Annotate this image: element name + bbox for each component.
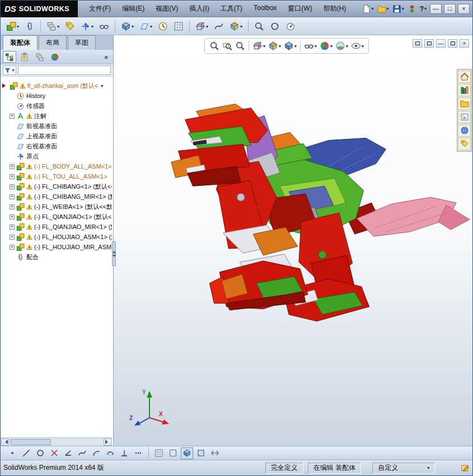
bill-of-materials-button[interactable] — [171, 19, 186, 34]
expand-toggle[interactable]: + — [10, 245, 15, 250]
tree-item-right-plane[interactable]: 右视基准面 — [2, 141, 112, 151]
display-style-button[interactable]: ▾ — [283, 39, 298, 53]
tree-item-front-plane[interactable]: 前视基准面 — [2, 121, 112, 131]
scroll-left-button[interactable] — [1, 438, 9, 446]
menu-help[interactable]: 帮助(H) — [318, 2, 352, 16]
circle-tool-button[interactable] — [34, 447, 46, 459]
doc-maximize-button[interactable] — [448, 39, 457, 48]
tab-assembly[interactable]: 装配体 — [3, 35, 38, 50]
more-sketch-tools-button[interactable] — [132, 447, 144, 459]
menu-view[interactable]: 视图(V) — [150, 2, 184, 16]
scroll-right-button[interactable] — [104, 438, 111, 446]
expand-toggle[interactable]: + — [10, 164, 15, 169]
tree-item-history[interactable]: History — [2, 91, 112, 101]
scrollbar-thumb[interactable] — [11, 439, 51, 445]
tree-item-sensors[interactable]: 传感器 — [2, 101, 112, 111]
reference-geometry-button[interactable]: ▾ — [137, 19, 154, 34]
expand-panel-button[interactable]: » — [101, 53, 111, 61]
shaded-with-edges-button[interactable] — [181, 447, 193, 459]
expand-toggle[interactable]: + — [10, 204, 15, 209]
view-orientation-button[interactable]: ▾ — [267, 39, 282, 53]
assembly-model[interactable] — [114, 35, 472, 446]
insert-components-button[interactable]: ▾ — [4, 19, 21, 34]
menu-window[interactable]: 窗口(W) — [282, 2, 317, 16]
smart-fasteners-button[interactable] — [63, 19, 77, 34]
expand-toggle[interactable]: + — [10, 114, 15, 119]
appearances-tab[interactable] — [48, 51, 62, 63]
centerline-tool-button[interactable] — [62, 447, 74, 459]
model-tail[interactable] — [345, 197, 470, 236]
tree-item-mates[interactable]: 配合 — [2, 252, 112, 262]
interference-detection-button[interactable]: ▾ — [227, 19, 245, 34]
trim-tool-button[interactable] — [48, 447, 60, 459]
configurationmanager-tab[interactable] — [33, 51, 46, 63]
expand-toggle[interactable]: + — [10, 214, 15, 220]
close-button[interactable]: × — [458, 4, 470, 14]
move-component-button[interactable]: ▾ — [78, 19, 96, 34]
doc-minimize-button[interactable]: — — [436, 39, 446, 48]
clearance-verification-button[interactable] — [252, 19, 266, 34]
show-hidden-components-button[interactable] — [97, 19, 111, 34]
tree-item-top-plane[interactable]: 上视基准面 — [2, 131, 112, 141]
expand-toggle[interactable]: + — [10, 174, 15, 179]
apply-scene-button[interactable]: ▾ — [334, 39, 349, 53]
perpendicular-tool-button[interactable] — [118, 447, 130, 459]
new-document-button[interactable]: ▾ — [361, 3, 375, 15]
menu-insert[interactable]: 插入(I) — [184, 2, 214, 16]
tree-item-fl-houjiao-mir-asm[interactable]: + (-) FL_HOUJIAO_MIR_ASM<1> — [2, 242, 112, 252]
tree-item-fl-tou-all-asm[interactable]: + (-) FL_TOU_ALL_ASM<1> — [2, 171, 112, 181]
tree-item-origin[interactable]: 原点 — [2, 151, 112, 161]
graphics-area[interactable]: ▾ ▾ ▾ ▾ ▾ ▾ ▾ — × — [114, 35, 472, 446]
custom-properties-button[interactable] — [458, 138, 471, 150]
model-front-foot[interactable] — [209, 254, 307, 310]
tree-item-fl-chibang-mir[interactable]: + (-) FL_CHIBANG_MIR<1> (默 — [2, 192, 112, 202]
chevron-down-icon[interactable]: ▾ — [101, 83, 103, 88]
filter-input[interactable] — [18, 66, 111, 75]
view-settings-button[interactable]: ▾ — [350, 39, 365, 53]
hide-show-items-button[interactable]: ▾ — [303, 39, 318, 53]
zoom-to-fit-button[interactable] — [208, 39, 221, 53]
tree-item-fl-weiba[interactable]: + (-) FL_WEIBA<1> (默认<<默 — [2, 202, 112, 212]
assembly-features-button[interactable]: ▾ — [119, 19, 136, 34]
section-view-button[interactable]: ▾ — [251, 39, 266, 53]
expand-toggle[interactable]: + — [10, 225, 15, 230]
menu-file[interactable]: 文件(F) — [83, 2, 116, 16]
grid-settings-button[interactable] — [153, 447, 165, 459]
point-tool-button[interactable] — [6, 447, 18, 459]
expand-toggle[interactable]: + — [10, 184, 15, 189]
draft-quality-button[interactable] — [167, 447, 179, 459]
tree-root-assembly[interactable]: fl_all-zhankai_asm (默认< ▾ — [2, 81, 112, 91]
tree-item-annotations[interactable]: + 注解 — [2, 111, 112, 121]
panel-horizontal-scrollbar[interactable] — [1, 437, 112, 446]
doc-restore-button[interactable] — [413, 39, 422, 48]
minimize-button[interactable]: — — [430, 4, 442, 14]
new-motion-study-button[interactable] — [156, 19, 170, 34]
tab-sketch[interactable]: 草图 — [68, 35, 96, 50]
maximize-button[interactable]: □ — [444, 4, 456, 14]
tree-item-fl-qianjiao-mir[interactable]: + (-) FL_QIANJIAO_MIR<1> (默 — [2, 222, 112, 232]
propertymanager-tab[interactable] — [18, 51, 31, 63]
filter-button[interactable]: ▾ — [3, 66, 16, 75]
tree-item-fl-houjiao-asm[interactable]: + (-) FL_HOUJIAO_ASM<1> (默 — [2, 232, 112, 242]
assemblyxpert-button[interactable] — [283, 19, 298, 34]
explode-line-sketch-button[interactable] — [212, 19, 226, 34]
previous-view-button[interactable] — [234, 39, 246, 53]
doc-close-button[interactable]: × — [460, 39, 469, 48]
expand-toggle[interactable]: + — [10, 235, 15, 240]
tangent-arc-tool-button[interactable] — [104, 447, 116, 459]
line-tool-button[interactable] — [20, 447, 32, 459]
solidworks-resources-button[interactable] — [458, 71, 471, 83]
tab-layout[interactable]: 布局 — [39, 35, 67, 50]
mate-button[interactable] — [22, 19, 37, 34]
edit-appearance-button[interactable]: ▾ — [319, 39, 334, 53]
zoom-to-area-button[interactable] — [221, 39, 233, 53]
view-palette-button[interactable] — [458, 111, 471, 123]
section-line-button[interactable] — [209, 447, 221, 459]
tree-item-fl-body-all-asm[interactable]: + (-) FL_BODY_ALL_ASM<1> — [2, 161, 112, 171]
featuremanager-tree-tab[interactable] — [3, 51, 16, 63]
design-library-button[interactable] — [458, 84, 471, 96]
status-custom-dropdown[interactable]: 自定义▾ — [372, 463, 435, 474]
menu-edit[interactable]: 编辑(E) — [116, 2, 150, 16]
linear-component-pattern-button[interactable]: ▾ — [44, 19, 62, 34]
wireframe-button[interactable] — [195, 447, 207, 459]
